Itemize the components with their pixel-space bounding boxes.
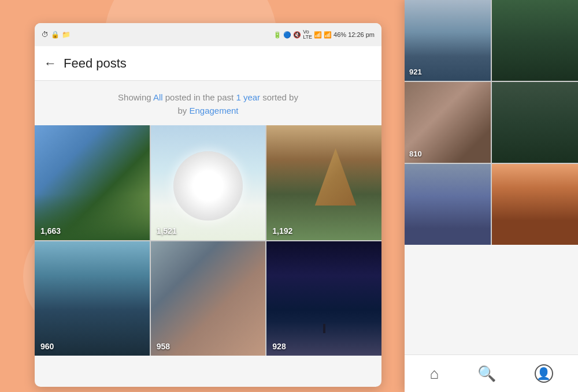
search-nav-button[interactable]: 🔍 <box>477 365 496 383</box>
rphoto-count-3: 810 <box>409 150 422 158</box>
list-item[interactable]: 960 <box>35 241 150 356</box>
bluetooth-icon: 🔵 <box>283 31 291 39</box>
photo-image-1 <box>35 125 150 240</box>
photo-image-4 <box>35 241 150 356</box>
folder-icon: 📁 <box>62 31 71 39</box>
profile-nav-button[interactable]: 👤 <box>535 364 553 383</box>
filter-text-pre: Showing <box>118 92 151 102</box>
home-nav-button[interactable]: ⌂ <box>429 365 439 383</box>
right-photo-grid: 921 810 <box>405 0 578 245</box>
phone-right: 921 810 ⌂ 🔍 👤 <box>405 0 578 392</box>
rphoto-count-1: 921 <box>409 68 422 76</box>
photo-grid: 1,663 1,521 1,192 960 958 9 <box>35 125 381 356</box>
photo-count-4: 960 <box>40 342 54 351</box>
status-bar: ⏱ 🔒 📁 🔋 🔵 🔇 VoLTE 📶 📶 46% 12:26 pm <box>35 23 381 46</box>
battery-icon: 🔋 <box>273 31 281 39</box>
status-icons-left: ⏱ 🔒 📁 <box>42 31 71 39</box>
photo-image-3 <box>266 125 381 240</box>
timer-icon: ⏱ <box>42 31 49 39</box>
list-item[interactable] <box>492 0 578 81</box>
mute-icon: 🔇 <box>293 31 301 39</box>
filter-sort-link[interactable]: Engagement <box>189 106 238 115</box>
rock-shape <box>301 148 370 206</box>
photo-count-2: 1,521 <box>157 226 177 236</box>
signal-icon: 📶 <box>324 31 332 39</box>
time-display: 12:26 pm <box>348 31 375 38</box>
list-item[interactable]: 810 <box>405 82 491 163</box>
status-icons-right: 🔋 🔵 🔇 VoLTE 📶 📶 46% 12:26 pm <box>273 29 375 40</box>
phone-left: ⏱ 🔒 📁 🔋 🔵 🔇 VoLTE 📶 📶 46% 12:26 pm ← Fee… <box>35 23 381 387</box>
filter-text-mid: posted in the past <box>165 92 236 102</box>
photo-image-2 <box>151 125 266 240</box>
rphoto-image-4 <box>492 82 578 163</box>
filter-year-link[interactable]: 1 year <box>236 92 260 102</box>
list-item[interactable]: 1,521 <box>151 125 266 240</box>
battery-percent: 46% <box>334 31 346 38</box>
rphoto-image-6 <box>492 164 578 245</box>
list-item[interactable]: 921 <box>405 0 491 81</box>
back-button[interactable]: ← <box>44 56 57 71</box>
wifi-icon: 📶 <box>314 31 322 39</box>
rphoto-image-5 <box>405 164 491 245</box>
rphoto-image-2 <box>492 0 578 81</box>
list-item[interactable]: 1,192 <box>266 125 381 240</box>
filter-text-post: sorted by <box>262 92 298 102</box>
cat-shape <box>173 151 243 221</box>
page-title: Feed posts <box>64 56 127 71</box>
list-item[interactable] <box>405 164 491 245</box>
lock-icon: 🔒 <box>51 31 60 39</box>
list-item[interactable] <box>492 82 578 163</box>
filter-bar: Showing All posted in the past 1 year so… <box>35 81 381 125</box>
photo-count-6: 928 <box>272 342 286 351</box>
header-bar: ← Feed posts <box>35 46 381 81</box>
photo-count-1: 1,663 <box>40 226 61 236</box>
photo-count-5: 958 <box>157 342 170 351</box>
list-item[interactable]: 928 <box>266 241 381 356</box>
bottom-nav: ⌂ 🔍 👤 <box>405 354 578 392</box>
list-item[interactable]: 958 <box>151 241 266 356</box>
list-item[interactable]: 1,663 <box>35 125 150 240</box>
lte-icon: VoLTE <box>303 29 312 40</box>
photo-count-3: 1,192 <box>272 226 292 236</box>
photo-image-5 <box>151 241 266 356</box>
filter-all-link[interactable]: All <box>153 92 163 102</box>
person-shape <box>323 324 325 333</box>
list-item[interactable] <box>492 164 578 245</box>
photo-image-6 <box>266 241 381 356</box>
filter-by-label: by <box>177 106 189 115</box>
